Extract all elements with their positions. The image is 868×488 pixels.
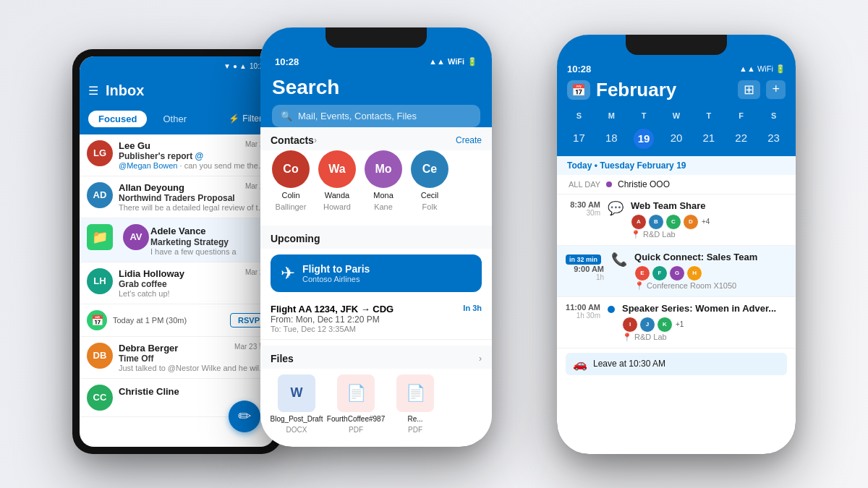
event-title: Quick Connect: Sales Team — [634, 252, 787, 262]
all-day-title: Christie OOO — [618, 179, 670, 189]
avatar: LH — [87, 268, 113, 294]
contact-avatar: Ce — [411, 150, 448, 188]
contact-item[interactable]: Wa Wanda Howard — [317, 150, 357, 211]
calendar-body: ALL DAY Christie OOO 8:30 AM 30m 💬 Web T… — [557, 175, 796, 380]
email-item[interactable]: AD Allan Deyoung Mar 23 Northwind Trader… — [80, 176, 275, 218]
week-dates: 17 18 19 20 21 22 23 — [557, 126, 796, 156]
email-preview: There will be a detailed legal review of… — [119, 203, 268, 212]
search-box[interactable]: 🔍 Mail, Events, Contacts, Files — [272, 105, 480, 127]
event-location: 📍 Conference Room X1050 — [634, 281, 787, 291]
sender-name: Lidia Holloway — [119, 268, 184, 279]
upcoming-section: Upcoming ✈ Flight to Paris Contoso Airli… — [260, 226, 492, 340]
event-avatars: I J K +1 — [622, 317, 787, 333]
notch-center — [326, 27, 427, 48]
sender-name: Adele Vance — [150, 226, 206, 236]
cal-date[interactable]: 23 — [757, 129, 790, 149]
flight-card[interactable]: ✈ Flight to Paris Contoso Airlines — [271, 254, 482, 292]
event-dot — [608, 306, 615, 313]
phone-icon: 📞 — [611, 252, 627, 267]
email-preview: I have a few questions a — [150, 247, 268, 256]
avatar: AD — [87, 182, 113, 208]
event-location: 📍 R&D Lab — [622, 333, 787, 342]
file-icon: 📄 — [396, 374, 434, 412]
cal-date-active[interactable]: 19 — [634, 129, 654, 149]
inbox-title: Inbox — [106, 82, 144, 99]
cal-date[interactable]: 21 — [692, 129, 725, 149]
phone-right: 10:28 ▲▲ WiFi 🔋 📅 February ⊞ + — [557, 35, 796, 454]
phones-container: ▼ ● ▲ 10:28 ☰ Inbox Focused Other ⚡ Filt… — [36, 13, 832, 476]
teams-icon: 💬 — [608, 200, 624, 216]
event-time: 11:00 AM — [566, 303, 600, 312]
all-day-event[interactable]: ALL DAY Christie OOO — [557, 175, 796, 194]
upcoming-header: Upcoming — [260, 226, 492, 249]
email-preview: Just talked to @Nestor Wilke and he will… — [119, 364, 268, 372]
email-item[interactable]: LG Lee Gu Mar 23 Publisher's report @ @M… — [80, 134, 275, 176]
event-dot — [606, 181, 612, 187]
calendar-event[interactable]: 8:30 AM 30m 💬 Web Team Share A B C D +4 — [557, 194, 796, 246]
contact-avatar: Wa — [318, 150, 356, 188]
event-time: 8:30 AM — [566, 200, 600, 209]
sender-name: Allan Deyoung — [119, 182, 184, 193]
menu-icon[interactable]: ☰ — [88, 84, 98, 98]
view-toggle-button[interactable]: ⊞ — [738, 80, 760, 99]
file-item[interactable]: 📄 Re... PDF — [389, 374, 441, 434]
notch-right — [626, 35, 727, 55]
file-item[interactable]: 📄 FourthCoffee#987 PDF — [330, 374, 382, 434]
email-item[interactable]: 📁 AV Adele Vance Marketing Strategy I ha… — [80, 218, 275, 262]
email-item[interactable]: DB Debra Berger Mar 23 🚩 Time Off Just t… — [80, 337, 275, 379]
file-icon: 📄 — [337, 374, 375, 412]
flight-title: Flight to Paris — [302, 263, 370, 275]
avatar: LG — [87, 140, 113, 166]
status-bar-left: ▼ ● ▲ 10:28 — [80, 56, 275, 77]
sender-name: Lee Gu — [119, 140, 150, 151]
files-section: Files › W Blog_Post_Draft DOCX 📄 — [260, 346, 492, 440]
calendar-event[interactable]: in 32 min 9:00 AM 1h 📞 Quick Connect: Sa… — [557, 246, 796, 297]
flight-email-to: To: Tue, Dec 12 3:35AM — [271, 325, 393, 333]
file-icon: W — [278, 374, 315, 412]
event-time: 9:00 AM — [566, 265, 604, 273]
file-item[interactable]: W Blog_Post_Draft DOCX — [271, 374, 323, 434]
car-icon: 🚗 — [573, 357, 587, 371]
contact-avatar: Mo — [365, 150, 402, 188]
avatar: DB — [87, 343, 113, 369]
cal-date[interactable]: 18 — [595, 129, 628, 149]
event-location: 📍 R&D Lab — [631, 230, 787, 239]
leave-bar: 🚗 Leave at 10:30 AM — [566, 353, 787, 375]
flight-subtitle: Contoso Airlines — [302, 275, 370, 283]
flight-email-row[interactable]: Flight AA 1234, JFK → CDG From: Mon, Dec… — [260, 298, 492, 340]
contact-avatar: Co — [272, 150, 310, 188]
phone-left: ▼ ● ▲ 10:28 ☰ Inbox Focused Other ⚡ Filt… — [72, 49, 282, 454]
email-preview: @Megan Bowen · can you send me the lates… — [119, 161, 268, 170]
create-button[interactable]: Create — [456, 135, 482, 145]
email-subject: Grab coffee — [119, 279, 268, 289]
focused-tab[interactable]: Focused — [88, 111, 147, 127]
search-title: Search — [272, 76, 339, 99]
avatar: CC — [87, 385, 113, 411]
email-list: LG Lee Gu Mar 23 Publisher's report @ @M… — [80, 134, 275, 417]
meeting-time: Today at 1 PM (30m) — [113, 316, 224, 325]
week-header: S M T W T F S — [557, 108, 796, 126]
calendar-event[interactable]: 11:00 AM 1h 30m Speaker Series: Women in… — [557, 297, 796, 348]
search-time: 10:28 — [275, 56, 299, 67]
email-subject: Time Off — [119, 354, 268, 364]
email-subject: Publisher's report @ — [119, 151, 268, 161]
contact-item[interactable]: Mo Mona Kane — [363, 150, 404, 211]
flight-email-from: From: Mon, Dec 11 2:20 PM — [271, 314, 393, 325]
contact-item[interactable]: Co Colin Ballinger — [271, 150, 311, 211]
add-event-button[interactable]: + — [766, 80, 786, 99]
email-item[interactable]: LH Lidia Holloway Mar 23 Grab coffee Let… — [80, 262, 275, 304]
email-subject: Marketing Strategy — [150, 237, 268, 247]
event-title: Web Team Share — [631, 200, 787, 211]
focused-bar: Focused Other ⚡ Filters — [80, 106, 275, 134]
cal-date[interactable]: 17 — [563, 129, 595, 149]
compose-fab[interactable]: ✏ — [229, 401, 260, 432]
cal-date[interactable]: 20 — [660, 129, 693, 149]
event-title: Speaker Series: Women in Adver... — [622, 303, 787, 314]
sender-name: Christie Cline — [119, 386, 179, 397]
calendar-icon: 📅 — [567, 80, 590, 100]
cal-time: 10:28 — [567, 64, 591, 74]
other-tab[interactable]: Other — [153, 111, 197, 127]
cal-date[interactable]: 22 — [725, 129, 757, 149]
contact-item[interactable]: Ce Cecil Folk — [409, 150, 450, 211]
leave-text: Leave at 10:30 AM — [593, 359, 665, 369]
